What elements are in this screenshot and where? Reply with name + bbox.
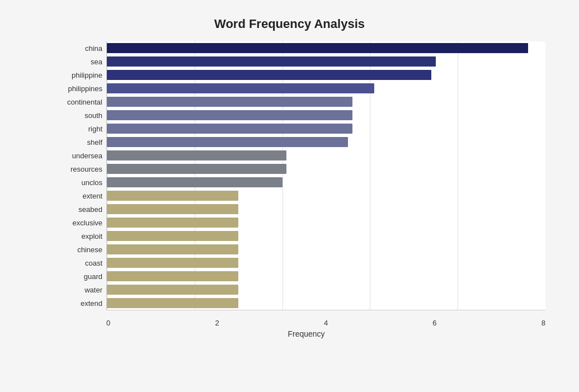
bar-philippine [107, 70, 431, 80]
y-axis [56, 41, 106, 310]
x-tick-2: 2 [215, 319, 219, 327]
y-label-chinese: chinese [59, 245, 107, 254]
y-label-extent: extent [59, 192, 107, 200]
y-label-unclos: unclos [59, 178, 107, 187]
y-label-right: right [59, 125, 107, 133]
y-label-coast: coast [59, 259, 107, 267]
y-label-seabed: seabed [59, 205, 107, 214]
y-label-south: south [59, 111, 107, 120]
bar-south [107, 110, 352, 120]
y-label-exploit: exploit [59, 232, 107, 240]
y-label-sea: sea [59, 58, 107, 66]
x-tick-4: 4 [324, 319, 328, 327]
y-label-guard: guard [59, 272, 107, 281]
x-tick-0: 0 [106, 319, 110, 327]
x-tick-8: 8 [542, 319, 545, 327]
bar-guard [107, 271, 238, 281]
bar-right [107, 124, 352, 134]
bar-extend [107, 298, 238, 308]
bar-extent [107, 191, 238, 201]
y-label-shelf: shelf [59, 138, 107, 147]
chart-container: Word Frequency Analysis chinaseaphilippi… [0, 0, 579, 392]
bar-unclos [107, 177, 283, 187]
y-label-continental: continental [59, 98, 107, 106]
bar-philippines [107, 83, 374, 93]
y-label-philippines: philippines [59, 84, 107, 93]
y-label-philippine: philippine [59, 71, 107, 79]
bar-coast [107, 258, 238, 268]
y-label-exclusive: exclusive [59, 219, 107, 227]
bar-exploit [107, 231, 238, 241]
y-label-water: water [59, 286, 107, 294]
x-axis-label: Frequency [288, 329, 324, 338]
y-label-undersea: undersea [59, 152, 107, 160]
bar-chinese [107, 244, 238, 254]
bar-sea [107, 56, 436, 67]
bar-shelf [107, 137, 348, 147]
chart-title: Word Frequency Analysis [22, 17, 557, 31]
bar-undersea [107, 150, 286, 160]
bar-exclusive [107, 218, 238, 228]
bar-water [107, 285, 238, 295]
x-tick-6: 6 [432, 319, 436, 327]
y-label-extend: extend [59, 299, 107, 308]
x-axis: 02468 [106, 319, 545, 327]
bar-resources [107, 164, 286, 174]
plot-area: chinaseaphilippinephilippinescontinental… [106, 41, 545, 310]
y-label-china: china [59, 44, 107, 53]
y-label-resources: resources [59, 165, 107, 173]
bar-seabed [107, 204, 238, 214]
bar-continental [107, 97, 352, 107]
bar-china [107, 43, 528, 53]
